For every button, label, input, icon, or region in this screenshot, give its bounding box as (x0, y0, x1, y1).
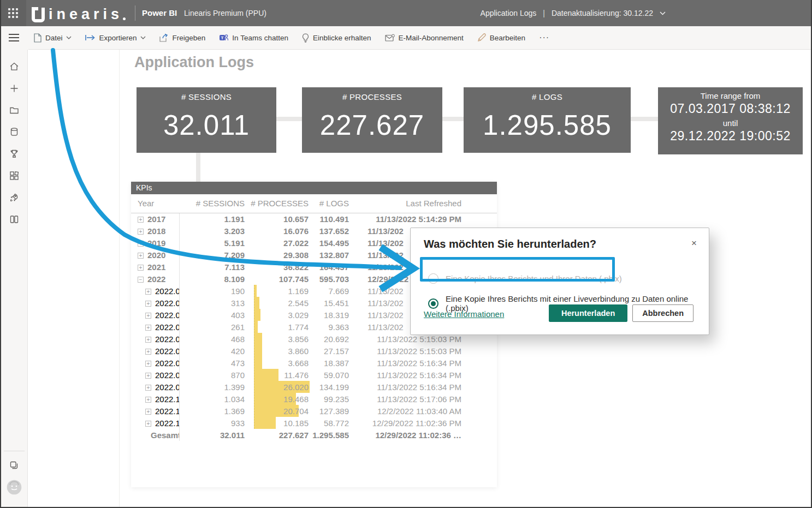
nav-menu-icon[interactable] (9, 34, 19, 42)
expand-toggle-icon[interactable]: + (145, 373, 151, 379)
logs-cell: 137.652 (310, 225, 350, 237)
last-refreshed-cell: 11/13/2022 5:17:06 PM (350, 393, 463, 405)
logs-cell: 1.295.585 (310, 429, 350, 441)
logs-cell: 164.437 (310, 261, 350, 273)
sidebar-create-icon[interactable] (0, 77, 28, 99)
logs-cell: 110.491 (310, 213, 350, 225)
expand-toggle-icon[interactable]: + (145, 325, 151, 331)
expand-toggle-icon[interactable]: + (145, 397, 151, 403)
data-bar (254, 369, 278, 381)
kpi-card-logs: # LOGS 1.295.585 (464, 87, 631, 153)
sessions-cell: 1.034 (179, 393, 246, 405)
filler-cell (463, 405, 497, 417)
kpi-card-sessions: # SESSIONS 32.011 (137, 87, 276, 153)
sidebar-metrics-trophy-icon[interactable] (0, 143, 28, 165)
expand-toggle-icon[interactable]: + (145, 385, 151, 391)
page-title: Application Logs (134, 54, 254, 71)
filler-cell (463, 345, 497, 357)
logs-value: 1.295.585 (464, 109, 631, 141)
table-row: +2022.091.39926.020134.19911/13/2022 5:1… (131, 381, 497, 393)
processes-cell: 10.657 (246, 213, 310, 225)
expand-toggle-icon[interactable]: + (145, 361, 151, 367)
refresh-status[interactable]: Datenaktualisierung: 30.12.22 (552, 9, 653, 17)
user-avatar[interactable] (0, 476, 28, 498)
email-icon (385, 34, 395, 42)
chevron-down-icon[interactable] (660, 11, 666, 15)
close-icon[interactable]: × (691, 238, 697, 249)
radio-option-report-and-data[interactable]: Eine Kopie Ihres Berichts und Ihrer Date… (428, 273, 622, 284)
sidebar-deployment-pipelines-icon[interactable] (0, 187, 28, 208)
chevron-down-icon (140, 36, 146, 39)
sidebar-browse-folder-icon[interactable] (0, 99, 28, 121)
expand-toggle-icon[interactable]: + (145, 409, 151, 415)
logs-cell: 58.772 (310, 417, 350, 429)
app-launcher-icon[interactable] (0, 0, 26, 26)
cancel-button[interactable]: Abbrechen (632, 304, 694, 322)
processes-cell: 11.476 (246, 369, 310, 381)
download-button[interactable]: Herunterladen (549, 304, 627, 322)
table-row: +2022.101.03419.46899.23511/13/2022 5:17… (131, 393, 497, 405)
powerbi-label: Power BI (142, 8, 177, 17)
last-refreshed-cell: 11/13/2022 5:16:34 PM (350, 381, 463, 393)
processes-cell: 27.022 (246, 237, 310, 249)
timerange-to: 29.12.2022 19:00:52 (658, 129, 803, 144)
toolbar-teams-button[interactable]: T In Teams chatten (219, 33, 288, 42)
expand-toggle-icon[interactable]: + (138, 265, 144, 271)
col-sessions[interactable]: # SESSIONS (179, 194, 246, 213)
col-processes[interactable]: # PROCESSES (246, 194, 310, 213)
row-label-cell: +2021 (131, 261, 179, 273)
sessions-cell: 403 (179, 309, 246, 321)
expand-toggle-icon[interactable]: + (138, 217, 144, 223)
toolbar-export-button[interactable]: Exportieren (85, 34, 146, 42)
processes-cell: 3.668 (246, 357, 310, 369)
sidebar-home-icon[interactable] (0, 56, 28, 77)
row-label-cell: +2022.01 (131, 285, 179, 297)
sidebar-windows-layers-icon[interactable] (0, 455, 28, 476)
row-label-cell: +2022.08 (131, 369, 179, 381)
card-connector (276, 117, 302, 121)
radio-selected-icon (428, 298, 438, 309)
toolbar-email-subscription-button[interactable]: E-Mail-Abonnement (385, 34, 464, 42)
sidebar-apps-icon[interactable] (0, 165, 28, 187)
sessions-cell: 1.369 (179, 405, 246, 417)
expand-toggle-icon[interactable]: + (145, 337, 151, 343)
processes-cell: 36.822 (246, 261, 310, 273)
data-bar (254, 297, 259, 309)
sidebar-workspaces-icon[interactable] (0, 208, 28, 230)
data-bar (254, 321, 258, 333)
row-label-cell: +2020 (131, 249, 179, 261)
expand-toggle-icon[interactable]: + (145, 301, 151, 307)
topbar-separator (135, 5, 135, 21)
expand-toggle-icon[interactable]: + (138, 229, 144, 235)
expand-toggle-icon[interactable]: + (145, 313, 151, 319)
col-year[interactable]: Year (131, 194, 179, 213)
table-row: Gesamt32.011227.6271.295.58512/29/2022 1… (131, 429, 497, 441)
data-bar (254, 345, 262, 357)
toolbar-file-button[interactable]: Datei (34, 33, 72, 43)
expand-toggle-icon[interactable]: + (145, 421, 151, 427)
col-logs[interactable]: # LOGS (310, 194, 350, 213)
expand-toggle-icon[interactable]: + (145, 289, 151, 295)
report-name[interactable]: Application Logs (481, 9, 537, 17)
toolbar-insights-button[interactable]: Einblicke erhalten (302, 33, 371, 43)
sessions-cell: 468 (179, 333, 246, 345)
expand-toggle-icon[interactable]: + (145, 349, 151, 355)
teams-icon: T (219, 33, 228, 42)
last-refreshed-cell: 11/13/2022 5:16:34 PM (350, 357, 463, 369)
toolbar-more-options[interactable]: ··· (539, 33, 549, 43)
logs-cell: 99.235 (310, 393, 350, 405)
more-info-link[interactable]: Weitere Informationen (424, 309, 504, 319)
toolbar-share-button[interactable]: Freigeben (159, 33, 206, 42)
toolbar-edit-button[interactable]: Bearbeiten (477, 33, 525, 42)
file-icon (34, 33, 42, 43)
col-last-refreshed[interactable]: Last Refreshed (350, 194, 463, 213)
table-row: +2022.074733.66818.38711/13/2022 5:16:34… (131, 357, 497, 369)
expand-toggle-icon[interactable]: − (138, 277, 144, 283)
processes-cell: 19.468 (246, 393, 310, 405)
processes-cell: 26.020 (246, 381, 310, 393)
data-bar (254, 417, 276, 429)
sidebar-divider (4, 451, 25, 451)
expand-toggle-icon[interactable]: + (138, 241, 144, 247)
sidebar-data-hub-icon[interactable] (0, 121, 28, 143)
expand-toggle-icon[interactable]: + (138, 253, 144, 259)
